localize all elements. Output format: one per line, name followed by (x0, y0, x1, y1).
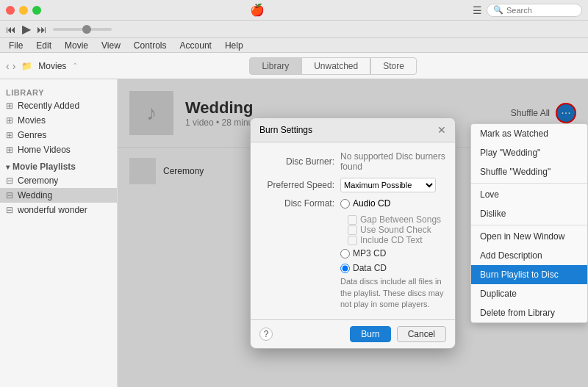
close-button[interactable] (6, 6, 15, 15)
data-cd-radio-input[interactable] (340, 264, 350, 273)
data-cd-row[interactable]: Data CD (340, 263, 446, 273)
help-button[interactable]: ? (259, 328, 273, 341)
title-bar-center: 🍎 (250, 3, 265, 17)
maximize-button[interactable] (32, 6, 41, 15)
context-item-duplicate[interactable]: Duplicate (471, 284, 587, 303)
preferred-speed-select[interactable]: Maximum Possible (340, 178, 436, 192)
tab-store[interactable]: Store (370, 57, 417, 75)
disc-burner-label: Disc Burner: (259, 156, 340, 167)
menu-controls[interactable]: Controls (128, 40, 173, 51)
forward-button-nav[interactable]: › (12, 60, 16, 72)
playlists-label: Movie Playlists (12, 162, 76, 172)
gap-checkbox-row[interactable]: Gap Between Songs (348, 214, 446, 225)
burn-button[interactable]: Burn (350, 326, 390, 342)
sidebar-item-label: wonderful wonder (18, 205, 87, 215)
back-button[interactable]: ‹ (6, 60, 10, 72)
menu-icon[interactable]: ☰ (473, 4, 482, 16)
search-input[interactable] (506, 6, 576, 15)
sidebar-item-label: Wedding (18, 190, 52, 200)
play-button[interactable]: ▶ (22, 22, 31, 36)
data-note: Data discs include all files in the play… (340, 276, 446, 310)
sidebar-item-wedding[interactable]: ⊟ Wedding (0, 188, 117, 203)
audio-cd-radio-label: Audio CD (353, 198, 390, 209)
sound-check-checkbox-row[interactable]: Use Sound Check (348, 225, 446, 235)
sub-options: Gap Between Songs Use Sound Check Includ… (348, 214, 446, 245)
audio-cd-radio-input[interactable] (340, 199, 350, 209)
menu-help[interactable]: Help (219, 40, 249, 51)
context-item-delete[interactable]: Delete from Library (471, 303, 587, 322)
forward-button[interactable]: ⏭ (37, 23, 47, 35)
sound-check-checkbox[interactable] (348, 225, 357, 235)
cd-text-checkbox[interactable] (348, 236, 357, 245)
tab-unwatched[interactable]: Unwatched (301, 57, 370, 75)
breadcrumb-chevron: ⌃ (72, 62, 78, 70)
gap-label: Gap Between Songs (360, 214, 441, 225)
menu-file[interactable]: File (3, 40, 29, 51)
sound-check-label: Use Sound Check (360, 225, 431, 235)
cancel-button[interactable]: Cancel (397, 326, 446, 342)
movies-icon: ⊞ (6, 115, 13, 126)
context-item-dislike[interactable]: Dislike (471, 204, 587, 223)
recently-added-icon: ⊞ (6, 101, 13, 111)
progress-thumb[interactable] (82, 25, 91, 34)
rewind-button[interactable]: ⏮ (6, 23, 16, 35)
sidebar-item-recently-added[interactable]: ⊞ Recently Added (0, 98, 117, 113)
context-item-mark-watched[interactable]: Mark as Watched (471, 124, 587, 143)
context-item-play[interactable]: Play "Wedding" (471, 143, 587, 162)
chevron-down-icon: ▾ (6, 163, 10, 171)
sidebar: Library ⊞ Recently Added ⊞ Movies ⊞ Genr… (0, 79, 118, 387)
burn-dialog: Burn Settings ✕ Disc Burner: No supporte… (250, 117, 456, 348)
menu-edit[interactable]: Edit (30, 40, 57, 51)
title-bar-right: ☰ 🔍 (473, 4, 582, 17)
title-bar: 🍎 ☰ 🔍 (0, 0, 588, 21)
mp3-cd-row[interactable]: MP3 CD (340, 248, 446, 258)
context-item-shuffle[interactable]: Shuffle "Wedding" (471, 162, 587, 181)
disc-burner-row: Disc Burner: No supported Disc burners f… (259, 151, 446, 172)
dialog-title-bar: Burn Settings ✕ (251, 118, 455, 142)
apple-icon: 🍎 (250, 3, 265, 17)
sidebar-item-home-videos[interactable]: ⊞ Home Videos (0, 142, 117, 157)
context-item-burn-playlist[interactable]: Burn Playlist to Disc (471, 265, 587, 284)
context-item-add-description[interactable]: Add Description (471, 246, 587, 265)
menu-bar: File Edit Movie View Controls Account He… (0, 38, 588, 53)
dialog-title: Burn Settings (259, 125, 312, 135)
sidebar-item-wonderful-wonder[interactable]: ⊟ wonderful wonder (0, 203, 117, 217)
sidebar-item-label: Genres (18, 130, 46, 140)
mp3-cd-radio-input[interactable] (340, 249, 350, 258)
wonderful-wonder-icon: ⊟ (6, 205, 13, 215)
sidebar-item-ceremony[interactable]: ⊟ Ceremony (0, 173, 117, 188)
sidebar-item-genres[interactable]: ⊞ Genres (0, 128, 117, 142)
menu-view[interactable]: View (96, 40, 126, 51)
menu-movie[interactable]: Movie (59, 40, 94, 51)
context-divider-2 (471, 225, 587, 225)
cd-text-label: Include CD Text (360, 235, 423, 245)
mp3-cd-label: MP3 CD (353, 248, 386, 258)
genres-icon: ⊞ (6, 130, 13, 140)
preferred-speed-label: Preferred Speed: (259, 180, 340, 190)
context-item-love[interactable]: Love (471, 185, 587, 204)
sidebar-item-label: Recently Added (18, 101, 79, 111)
search-box[interactable]: 🔍 (487, 4, 582, 17)
dialog-close-button[interactable]: ✕ (437, 124, 446, 136)
nav-tabs: Library Unwatched Store (249, 57, 416, 75)
nav-arrows[interactable]: ‹ › (6, 60, 15, 72)
context-item-open-window[interactable]: Open in New Window (471, 227, 587, 246)
disc-format-label: Disc Format: (259, 198, 340, 209)
menu-account[interactable]: Account (174, 40, 218, 51)
sidebar-item-movies[interactable]: ⊞ Movies (0, 113, 117, 128)
data-cd-label: Data CD (353, 263, 387, 273)
audio-cd-radio[interactable]: Audio CD (340, 198, 390, 209)
gap-checkbox[interactable] (348, 215, 357, 225)
home-videos-icon: ⊞ (6, 145, 13, 155)
tab-library[interactable]: Library (249, 57, 301, 75)
disc-burner-value: No supported Disc burners found (340, 151, 446, 172)
library-section-label: Library (0, 85, 117, 98)
wedding-icon: ⊟ (6, 190, 13, 200)
cd-text-checkbox-row[interactable]: Include CD Text (348, 235, 446, 245)
context-menu: Mark as Watched Play "Wedding" Shuffle "… (470, 123, 588, 323)
window-controls[interactable] (6, 6, 41, 15)
minimize-button[interactable] (19, 6, 28, 15)
context-divider-1 (471, 183, 587, 184)
playlists-header[interactable]: ▾ Movie Playlists (0, 157, 117, 173)
progress-bar[interactable] (53, 28, 112, 31)
